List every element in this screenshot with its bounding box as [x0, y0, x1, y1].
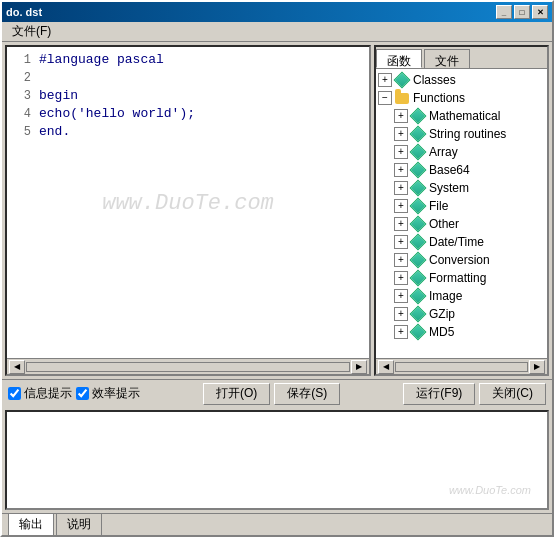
expand-datetime[interactable]: +	[394, 235, 408, 249]
expand-base64[interactable]: +	[394, 163, 408, 177]
menu-file[interactable]: 文件(F)	[6, 21, 57, 42]
expand-other[interactable]: +	[394, 217, 408, 231]
expand-array[interactable]: +	[394, 145, 408, 159]
tree-item-string-routines[interactable]: + String routines	[394, 125, 545, 143]
file-label: File	[429, 198, 448, 214]
code-text-5: end.	[39, 123, 70, 141]
expand-classes[interactable]: +	[378, 73, 392, 87]
conversion-label: Conversion	[429, 252, 490, 268]
tree-item-array[interactable]: + Array	[394, 143, 545, 161]
tree-item-file[interactable]: + File	[394, 197, 545, 215]
expand-image[interactable]: +	[394, 289, 408, 303]
window-controls: _ □ ✕	[496, 5, 548, 19]
tree-item-image[interactable]: + Image	[394, 287, 545, 305]
md5-label: MD5	[429, 324, 454, 340]
tab-files[interactable]: 文件	[424, 49, 470, 68]
output-tab-output[interactable]: 输出	[8, 513, 54, 535]
efficiency-checkbox[interactable]	[76, 387, 89, 400]
menu-bar: 文件(F)	[2, 22, 552, 42]
info-checkbox[interactable]	[8, 387, 21, 400]
file-icon	[410, 198, 426, 214]
expand-mathematical[interactable]: +	[394, 109, 408, 123]
expand-system[interactable]: +	[394, 181, 408, 195]
mathematical-icon	[410, 108, 426, 124]
formatting-icon	[410, 270, 426, 286]
checkbox-info[interactable]: 信息提示	[8, 385, 72, 402]
code-text-1: #language pascal	[39, 51, 164, 69]
tree-item-other[interactable]: + Other	[394, 215, 545, 233]
close-button[interactable]: 关闭(C)	[479, 383, 546, 405]
expand-file[interactable]: +	[394, 199, 408, 213]
open-button[interactable]: 打开(O)	[203, 383, 270, 405]
datetime-label: Date/Time	[429, 234, 484, 250]
datetime-icon	[410, 234, 426, 250]
tree-item-md5[interactable]: + MD5	[394, 323, 545, 341]
expand-md5[interactable]: +	[394, 325, 408, 339]
md5-icon	[410, 324, 426, 340]
hscroll-thumb[interactable]	[26, 362, 350, 372]
classes-label: Classes	[413, 72, 456, 88]
string-routines-label: String routines	[429, 126, 506, 142]
window-title: do. dst	[6, 6, 42, 18]
right-tabs: 函数 文件	[376, 47, 547, 69]
hscroll-right[interactable]: ▶	[351, 360, 367, 374]
save-button[interactable]: 保存(S)	[274, 383, 340, 405]
base64-icon	[410, 162, 426, 178]
checkbox-efficiency[interactable]: 效率提示	[76, 385, 140, 402]
tree-classes[interactable]: + Classes	[378, 71, 545, 89]
line-number-1: 1	[11, 51, 31, 69]
image-icon	[410, 288, 426, 304]
tree-hscroll-right[interactable]: ▶	[529, 360, 545, 374]
expand-functions[interactable]: −	[378, 91, 392, 105]
tree-item-conversion[interactable]: + Conversion	[394, 251, 545, 269]
tree-hscroll[interactable]: ◀ ▶	[376, 358, 547, 374]
conversion-icon	[410, 252, 426, 268]
code-editor[interactable]: 1 #language pascal 2 3 begin 4 echo('hel…	[7, 47, 369, 358]
line-number-3: 3	[11, 87, 31, 105]
toolbar: 信息提示 效率提示 打开(O) 保存(S) 运行(F9) 关闭(C)	[2, 379, 552, 407]
tree-item-system[interactable]: + System	[394, 179, 545, 197]
hscroll-left[interactable]: ◀	[9, 360, 25, 374]
tree-view[interactable]: + Classes − Functions +	[376, 69, 547, 358]
tree-item-datetime[interactable]: + Date/Time	[394, 233, 545, 251]
tree-item-base64[interactable]: + Base64	[394, 161, 545, 179]
functions-label: Functions	[413, 90, 465, 106]
main-window: do. dst _ □ ✕ 文件(F) 1 #language pascal 2	[0, 0, 554, 537]
minimize-button[interactable]: _	[496, 5, 512, 19]
tab-functions[interactable]: 函数	[376, 49, 422, 68]
line-number-2: 2	[11, 69, 31, 87]
expand-string-routines[interactable]: +	[394, 127, 408, 141]
output-tab-description[interactable]: 说明	[56, 513, 102, 535]
line-number-4: 4	[11, 105, 31, 123]
code-line-1: 1 #language pascal	[11, 51, 365, 69]
code-line-3: 3 begin	[11, 87, 365, 105]
line-number-5: 5	[11, 123, 31, 141]
right-panel: 函数 文件 + Classes − Funct	[374, 45, 549, 376]
function-items: + Mathematical + String routines + Array	[378, 107, 545, 341]
mathematical-label: Mathematical	[429, 108, 500, 124]
maximize-button[interactable]: □	[514, 5, 530, 19]
editor-panel: 1 #language pascal 2 3 begin 4 echo('hel…	[5, 45, 371, 376]
other-icon	[410, 216, 426, 232]
output-panel: www.DuoTe.com	[5, 410, 549, 510]
expand-gzip[interactable]: +	[394, 307, 408, 321]
window-close-button[interactable]: ✕	[532, 5, 548, 19]
expand-formatting[interactable]: +	[394, 271, 408, 285]
code-line-5: 5 end.	[11, 123, 365, 141]
run-button[interactable]: 运行(F9)	[403, 383, 475, 405]
title-bar: do. dst _ □ ✕	[2, 2, 552, 22]
string-routines-icon	[410, 126, 426, 142]
code-text-3: begin	[39, 87, 78, 105]
expand-conversion[interactable]: +	[394, 253, 408, 267]
image-label: Image	[429, 288, 462, 304]
other-label: Other	[429, 216, 459, 232]
code-text-4: echo('hello world');	[39, 105, 195, 123]
tree-item-gzip[interactable]: + GZip	[394, 305, 545, 323]
tree-item-mathematical[interactable]: + Mathematical	[394, 107, 545, 125]
tree-hscroll-thumb[interactable]	[395, 362, 528, 372]
editor-hscroll[interactable]: ◀ ▶	[7, 358, 369, 374]
base64-label: Base64	[429, 162, 470, 178]
tree-item-formatting[interactable]: + Formatting	[394, 269, 545, 287]
tree-functions[interactable]: − Functions	[378, 89, 545, 107]
tree-hscroll-left[interactable]: ◀	[378, 360, 394, 374]
